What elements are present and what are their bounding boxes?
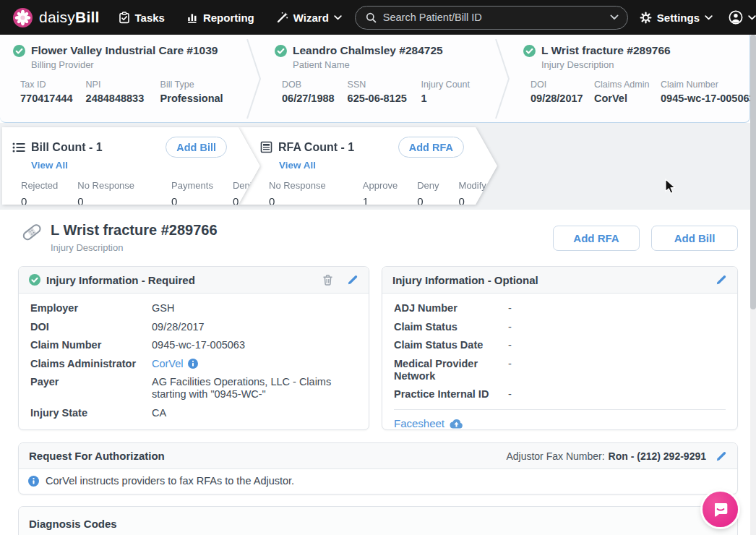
bill-list-icon	[12, 142, 25, 153]
chat-launcher-button[interactable]	[703, 492, 738, 527]
row-injury-state: Injury State CA	[30, 407, 357, 419]
rfa-count-panel: RFA Count - 1 Add RFA View All No Respon…	[239, 127, 497, 205]
bill-view-all-link[interactable]: View All	[31, 160, 68, 171]
edit-pencil-icon[interactable]	[716, 274, 727, 286]
row-payer: Payer AG Facilities Operations, LLC - Cl…	[30, 376, 357, 401]
bar-chart-icon	[186, 12, 198, 23]
nav-tasks[interactable]: Tasks	[119, 12, 165, 24]
brand-wordmark: daisyBill	[39, 9, 100, 26]
magic-wand-icon	[276, 12, 288, 24]
row-medical-provider-network: Medical Provider Network -	[394, 358, 726, 382]
add-rfa-button[interactable]: Add RFA	[553, 226, 640, 251]
info-icon	[28, 476, 39, 487]
panel-title: Injury Information - Required	[46, 274, 195, 286]
scrollbar-thumb[interactable]	[750, 35, 756, 309]
row-doi: DOI 09/28/2017	[30, 321, 357, 333]
patient-subtitle: Patient Name	[293, 59, 494, 70]
row-claims-administrator: Claims Administrator CorVel	[30, 358, 357, 370]
stat-no-response: No Response 0	[269, 180, 326, 207]
daisy-flower-icon	[13, 8, 33, 27]
trash-icon[interactable]	[322, 274, 333, 286]
injury-section[interactable]: L Wrist fracture #289766 Injury Descript…	[510, 35, 749, 122]
stat-modify: Modify 0	[459, 180, 486, 207]
billing-provider-section[interactable]: Flower Valley Industrial Care #1039 Bill…	[0, 35, 246, 122]
bill-count-title: Bill Count - 1	[31, 141, 103, 154]
chevron-down-icon	[748, 15, 756, 20]
stat-denials: Denials 0	[233, 180, 264, 207]
search-input[interactable]	[383, 12, 610, 23]
row-claim-status: Claim Status -	[394, 321, 726, 333]
rfa-document-icon	[260, 141, 272, 153]
chevron-down-icon	[334, 15, 342, 20]
search-dropdown-chevron-icon[interactable]	[610, 14, 619, 20]
divider	[394, 409, 726, 410]
stat-rejected: Rejected 0	[21, 180, 58, 207]
nav-wizard-label: Wizard	[293, 12, 329, 24]
rfa-view-all-link[interactable]: View All	[279, 160, 316, 171]
field-claim-number: Claim Number 0945-wc-17-005063	[661, 80, 755, 104]
user-avatar-icon	[729, 10, 743, 25]
add-rfa-button[interactable]: Add RFA	[398, 137, 464, 158]
field-npi: NPI 2484848833	[86, 80, 147, 104]
nav-settings[interactable]: Settings	[640, 12, 713, 24]
scrollbar-track[interactable]	[750, 35, 756, 535]
field-claims-admin: Claims Admin CorVel	[594, 80, 648, 104]
global-search[interactable]	[355, 6, 628, 30]
rfa-section-title: Request For Authorization	[29, 450, 165, 462]
stat-deny: Deny 0	[417, 180, 439, 207]
field-bill-type: Bill Type Professional	[160, 80, 223, 104]
check-circle-icon	[523, 45, 536, 57]
add-bill-button[interactable]: Add Bill	[166, 137, 227, 158]
clipboard-check-icon	[119, 12, 130, 24]
bill-count-panel: Bill Count - 1 Add Bill View All Rejecte…	[2, 127, 260, 205]
check-circle-icon	[275, 45, 287, 57]
diagnosis-section-title: Diagnosis Codes	[29, 518, 117, 530]
check-circle-icon	[13, 45, 25, 57]
search-icon	[366, 12, 377, 23]
edit-pencil-icon[interactable]	[716, 450, 727, 462]
top-nav: daisyBill Tasks Reporting Wizard	[0, 0, 756, 35]
edit-pencil-icon[interactable]	[347, 274, 358, 286]
section-divider	[246, 35, 262, 122]
page-title: L Wrist fracture #289766	[51, 222, 218, 239]
info-icon[interactable]	[188, 359, 198, 369]
billing-provider-subtitle: Billing Provider	[31, 59, 246, 70]
row-practice-internal-id: Practice Internal ID -	[394, 388, 726, 401]
stat-approve: Approve 1	[363, 180, 398, 207]
counts-strip: Bill Count - 1 Add Bill View All Rejecte…	[0, 123, 750, 210]
nav-reporting[interactable]: Reporting	[186, 12, 254, 24]
row-employer: Employer GSH	[30, 302, 357, 314]
billing-provider-title: Flower Valley Industrial Care #1039	[31, 44, 218, 57]
section-divider	[494, 35, 510, 122]
corvel-link[interactable]: CorVel	[152, 358, 184, 370]
injury-subtitle: Injury Description	[541, 59, 749, 70]
stat-payments: Payments 0	[171, 180, 213, 207]
page-subtitle: Injury Description	[51, 242, 218, 253]
adjustor-fax-value: Ron - (212) 292-9291	[609, 450, 706, 462]
panel-title: Injury Information - Optional	[392, 274, 538, 286]
chevron-down-icon	[705, 15, 713, 20]
nav-wizard[interactable]: Wizard	[276, 12, 342, 24]
daisybill-logo[interactable]: daisyBill	[0, 8, 100, 27]
main-content: L Wrist fracture #289766 Injury Descript…	[0, 210, 750, 535]
claim-summary-bar: Flower Valley Industrial Care #1039 Bill…	[0, 35, 750, 123]
cloud-upload-icon[interactable]	[450, 419, 463, 429]
row-claim-status-date: Claim Status Date -	[394, 339, 726, 351]
nav-account[interactable]	[729, 10, 756, 25]
field-dob: DOB 06/27/1988	[282, 80, 335, 104]
nav-settings-label: Settings	[657, 12, 700, 24]
rfa-instruction-note: CorVel instructs providers to fax RFAs t…	[46, 475, 294, 487]
field-injury-count: Injury Count 1	[421, 80, 470, 104]
request-for-authorization-section: Request For Authorization Adjustor Fax N…	[18, 442, 738, 495]
field-doi: DOI 09/28/2017	[531, 80, 581, 104]
add-bill-button[interactable]: Add Bill	[651, 226, 738, 251]
diagnosis-codes-section: Diagnosis Codes	[18, 506, 738, 535]
row-adj-number: ADJ Number -	[394, 302, 726, 314]
field-tax-id: Tax ID 770417444	[20, 80, 73, 104]
patient-section[interactable]: Leandro Chalmsley #284725 Patient Name D…	[262, 35, 494, 122]
facesheet-link[interactable]: Facesheet	[394, 417, 444, 429]
nav-tasks-label: Tasks	[135, 12, 165, 24]
adjustor-fax-label: Adjustor Fax Number:	[506, 450, 604, 462]
stat-no-response: No Response 0	[77, 180, 134, 207]
check-circle-icon	[29, 274, 40, 286]
